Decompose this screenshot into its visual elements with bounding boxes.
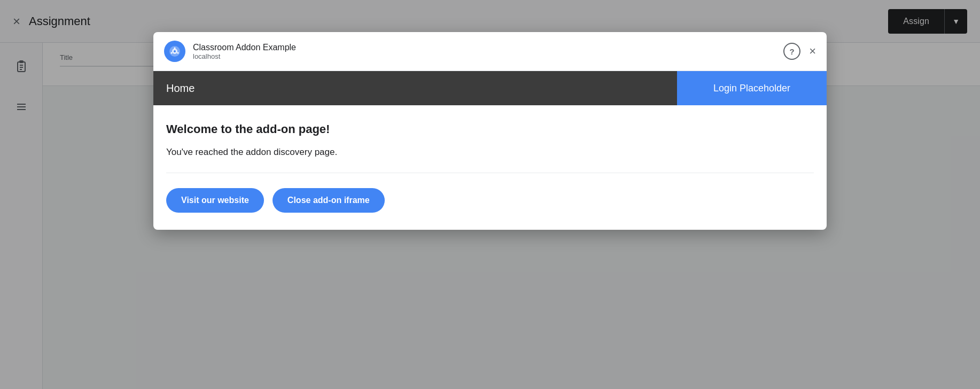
svg-point-13 (177, 52, 179, 54)
modal-navbar: Home Login Placeholder (153, 71, 827, 105)
close-addon-iframe-button[interactable]: Close add-on iframe (273, 188, 385, 213)
modal-header: Classroom Addon Example localhost ? × (153, 32, 827, 71)
modal-close-button[interactable]: × (809, 45, 816, 57)
nav-login-item[interactable]: Login Placeholder (677, 71, 827, 105)
modal-app-info: Classroom Addon Example localhost (193, 43, 776, 60)
nav-login-label: Login Placeholder (713, 83, 790, 94)
modal-description-text: You've reached the addon discovery page. (166, 147, 814, 158)
modal-body: Welcome to the add-on page! You've reach… (153, 105, 827, 230)
modal-header-actions: ? × (783, 43, 816, 60)
modal-divider (166, 173, 814, 173)
nav-home-label: Home (166, 82, 195, 95)
modal-dialog: Classroom Addon Example localhost ? × Ho… (153, 32, 827, 230)
visit-website-button[interactable]: Visit our website (166, 188, 264, 213)
modal-help-button[interactable]: ? (783, 43, 800, 60)
modal-overlay: Classroom Addon Example localhost ? × Ho… (0, 0, 980, 389)
modal-app-icon (164, 41, 185, 62)
svg-point-10 (174, 50, 176, 52)
modal-app-host: localhost (193, 52, 776, 60)
svg-point-11 (174, 48, 176, 49)
svg-point-12 (171, 52, 173, 54)
modal-welcome-heading: Welcome to the add-on page! (166, 122, 814, 136)
nav-home-item[interactable]: Home (153, 71, 677, 105)
background-page: × Assignment Assign ▼ (0, 0, 980, 389)
modal-app-name: Classroom Addon Example (193, 43, 776, 52)
modal-actions: Visit our website Close add-on iframe (166, 188, 814, 213)
